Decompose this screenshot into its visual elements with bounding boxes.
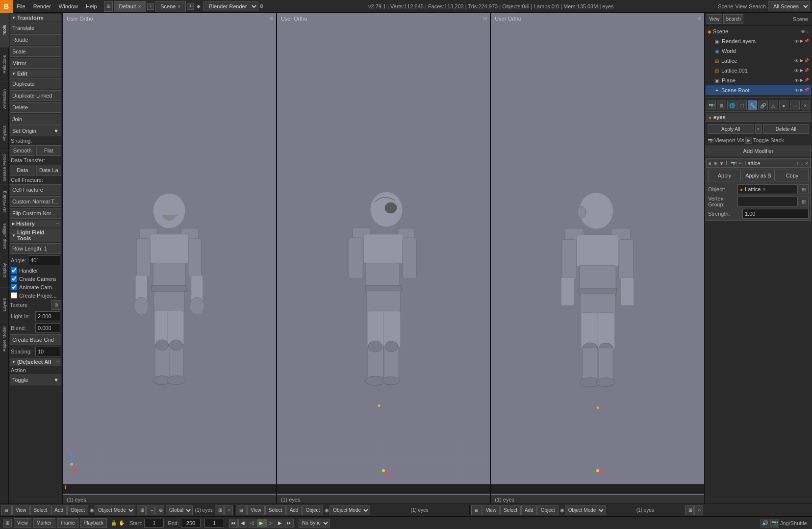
viewport-2[interactable]: User Ortho ⊞	[277, 13, 491, 504]
sidebar-tab-display[interactable]: Display	[0, 253, 9, 287]
pin-icon-rl[interactable]: 📌	[804, 39, 809, 44]
object-value-x[interactable]: ×	[762, 187, 765, 192]
modifier-x-icon[interactable]: ×	[805, 161, 808, 166]
sidebar-tab-snap[interactable]: Snap Utilities	[0, 219, 9, 253]
tb1-select[interactable]: Select	[30, 505, 51, 515]
action-dropdown[interactable]: Toggle ▼	[10, 375, 61, 385]
tab-close-default[interactable]: ×	[138, 4, 141, 9]
tb1-icon[interactable]: ⊞	[1, 505, 12, 515]
pin-icon-root[interactable]: 📌	[804, 88, 809, 93]
menu-render[interactable]: Render	[29, 0, 55, 12]
set-origin-dropdown[interactable]: Set Origin ▼	[10, 126, 61, 136]
strength-value-field[interactable]: 1.00	[742, 209, 809, 219]
editor-type-icon[interactable]: ⊞	[104, 1, 113, 12]
smooth-btn[interactable]: Smooth	[10, 145, 35, 156]
handler-checkbox[interactable]	[11, 267, 17, 274]
tb3-object[interactable]: Object	[537, 505, 558, 515]
current-frame-input[interactable]	[204, 519, 224, 528]
tb1-ctrl-3[interactable]: ⊕	[155, 505, 164, 515]
tb2-select[interactable]: Select	[265, 505, 286, 515]
duplicate-linked-btn[interactable]: Duplicate Linked	[10, 90, 61, 101]
create-camera-checkbox[interactable]	[11, 276, 17, 282]
eye-icon-plane[interactable]: 👁	[794, 78, 799, 83]
mirror-btn[interactable]: Mirror	[10, 58, 61, 69]
tb1-mode-select[interactable]: Object Mode	[95, 505, 135, 515]
end-frame-input[interactable]	[181, 519, 201, 528]
viewport-1[interactable]: User Ortho ⊞	[63, 13, 277, 504]
create-projec-checkbox[interactable]	[11, 292, 17, 299]
vertex-group-icon[interactable]: ⊞	[799, 184, 809, 194]
search-btn[interactable]: Search	[723, 14, 744, 24]
next-key-btn[interactable]: ▷	[266, 519, 275, 528]
next-frame-btn[interactable]: ▶	[276, 519, 284, 528]
arrow-icon-root[interactable]: ▶	[800, 88, 803, 93]
viewport-3-corner[interactable]: ⊞	[697, 16, 701, 21]
flip-custom-btn[interactable]: Flip Custom Nor...	[10, 208, 61, 219]
object-prop-btn[interactable]: □	[737, 101, 747, 110]
delete-all-btn[interactable]: Delete All	[763, 124, 810, 134]
timeline-frame-btn[interactable]: Frame	[57, 518, 78, 528]
tl-btn-2[interactable]: 📷	[770, 519, 779, 528]
start-frame-input[interactable]	[144, 519, 164, 528]
animate-cam-checkbox[interactable]	[11, 284, 17, 290]
sync-select[interactable]: No Sync	[299, 519, 330, 528]
modifier-down-icon[interactable]: ↓	[801, 161, 803, 166]
arrow-icon-lat001[interactable]: ▶	[800, 68, 803, 74]
eye-icon-lat001[interactable]: 👁	[794, 68, 799, 74]
view-btn[interactable]: View	[707, 14, 722, 24]
cell-fracture-btn[interactable]: Cell Fracture	[10, 184, 61, 195]
add-tab-btn[interactable]: +	[147, 3, 154, 10]
spacing-value[interactable]: 10	[35, 347, 60, 356]
modifier-prop-btn[interactable]: 🔧	[748, 101, 757, 110]
tree-item-lattice[interactable]: ⊞ Lattice 👁 ▶ 📌	[706, 56, 811, 66]
tb2-mode-select[interactable]: Object Mode	[330, 505, 370, 515]
world-prop-btn[interactable]: 🌐	[727, 101, 736, 110]
sidebar-tab-tools[interactable]: Tools	[0, 13, 9, 47]
row-length-btn[interactable]: Row Length: 1	[10, 243, 61, 254]
sidebar-tab-3dprint[interactable]: 3D Printing	[0, 184, 9, 219]
tb3-extra-1[interactable]: ⊞	[685, 505, 694, 515]
arrow-icon-rl[interactable]: ▶	[800, 39, 803, 44]
timeline-icon-btn[interactable]: ⊞	[3, 519, 12, 528]
eye-icon-root[interactable]: 👁	[794, 88, 799, 93]
history-section-header[interactable]: ▶ History ···	[10, 220, 61, 227]
tl-btn-1[interactable]: 🔊	[761, 519, 769, 528]
join-btn[interactable]: Join	[10, 114, 61, 125]
render-engine-select[interactable]: Blender Render	[203, 1, 258, 11]
tb3-extra-2[interactable]: ○	[694, 505, 703, 515]
edit-section-header[interactable]: ▼ Edit	[10, 70, 61, 77]
vv-arrow[interactable]: ▶	[745, 137, 752, 144]
apply-as-s-btn[interactable]: Apply as S	[742, 170, 775, 181]
pin-icon-lat[interactable]: 📌	[804, 58, 809, 64]
arrow-icon-plane[interactable]: ▶	[800, 78, 803, 83]
render-prop-btn[interactable]: 📷	[707, 101, 716, 110]
constraint-prop-btn[interactable]: 🔗	[758, 101, 767, 110]
tb1-global-select[interactable]: Global	[166, 505, 193, 515]
vertex-group-field[interactable]	[737, 197, 798, 206]
eye-icon-lat[interactable]: 👁	[794, 58, 799, 64]
data-prop-btn[interactable]: △	[769, 101, 778, 110]
timeline-marker-btn[interactable]: Marker	[33, 518, 55, 528]
duplicate-btn[interactable]: Duplicate	[10, 78, 61, 89]
delete-btn[interactable]: Delete	[10, 102, 61, 113]
sidebar-tab-physics[interactable]: Physics	[0, 116, 9, 150]
prev-key-btn[interactable]: ◁	[248, 519, 256, 528]
pin-icon-lat001[interactable]: 📌	[804, 68, 809, 74]
tb2-object[interactable]: Object	[302, 505, 323, 515]
jump-end-btn[interactable]: ⏭	[285, 519, 294, 528]
object-value-field[interactable]: ● Lattice ×	[737, 184, 798, 194]
sidebar-tab-layers[interactable]: Layers	[0, 287, 9, 322]
texture-btn[interactable]: ⊞	[51, 300, 61, 310]
tb1-ctrl-1[interactable]: ⊞	[137, 505, 146, 515]
tree-item-lattice001[interactable]: ⊞ Lattice.001 👁 ▶ 📌	[706, 66, 811, 76]
menu-help[interactable]: Help	[82, 0, 101, 12]
menu-window[interactable]: Window	[55, 0, 82, 12]
flat-btn[interactable]: Flat	[36, 145, 62, 156]
modifier-show-icon[interactable]: L	[726, 161, 729, 166]
timeline-playback-btn[interactable]: Playback	[80, 518, 107, 528]
jump-start-btn[interactable]: ⏮	[229, 519, 238, 528]
play-btn[interactable]: ▶	[257, 519, 266, 528]
tb1-snap-btn[interactable]: ⊞	[215, 505, 224, 515]
blend-value[interactable]: 0.000	[35, 323, 60, 333]
add-modifier-btn[interactable]: Add Modifier	[706, 146, 811, 156]
